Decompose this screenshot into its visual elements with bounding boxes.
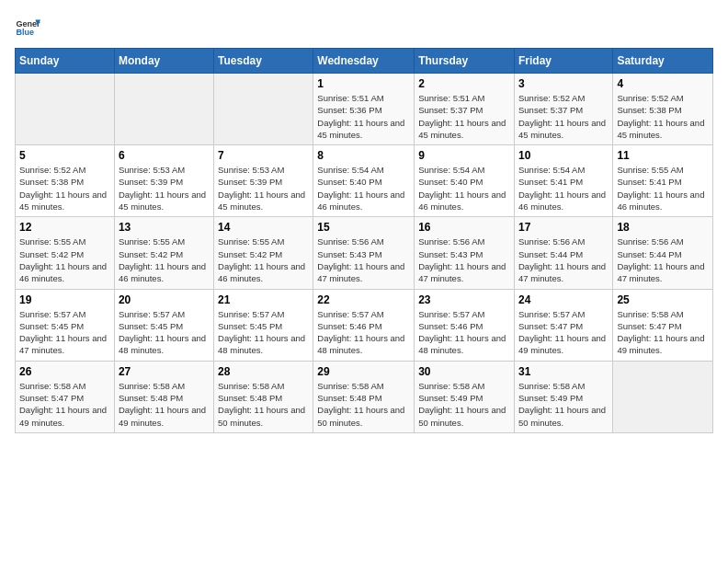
day-number: 30	[418, 365, 510, 378]
day-info: Sunrise: 5:58 AMSunset: 5:49 PMDaylight:…	[418, 380, 510, 429]
svg-text:Blue: Blue	[16, 28, 34, 37]
day-info: Sunrise: 5:58 AMSunset: 5:47 PMDaylight:…	[617, 308, 709, 357]
week-row-1: 5Sunrise: 5:52 AMSunset: 5:38 PMDaylight…	[16, 145, 713, 217]
day-cell: 5Sunrise: 5:52 AMSunset: 5:38 PMDaylight…	[16, 145, 115, 217]
day-cell: 3Sunrise: 5:52 AMSunset: 5:37 PMDaylight…	[514, 74, 612, 145]
day-number: 22	[317, 293, 410, 306]
day-number: 28	[218, 365, 309, 378]
header-cell-wednesday: Wednesday	[313, 49, 415, 74]
week-row-4: 26Sunrise: 5:58 AMSunset: 5:47 PMDayligh…	[16, 361, 713, 432]
day-cell: 11Sunrise: 5:55 AMSunset: 5:41 PMDayligh…	[613, 145, 713, 217]
day-cell: 4Sunrise: 5:52 AMSunset: 5:38 PMDaylight…	[613, 74, 713, 145]
day-info: Sunrise: 5:58 AMSunset: 5:48 PMDaylight:…	[218, 380, 309, 429]
day-info: Sunrise: 5:52 AMSunset: 5:37 PMDaylight:…	[518, 92, 609, 141]
day-number: 21	[218, 293, 309, 306]
day-info: Sunrise: 5:56 AMSunset: 5:43 PMDaylight:…	[418, 236, 510, 284]
day-number: 3	[518, 77, 609, 90]
day-number: 9	[418, 149, 510, 162]
day-number: 2	[418, 77, 510, 90]
day-info: Sunrise: 5:55 AMSunset: 5:42 PMDaylight:…	[218, 236, 309, 284]
day-info: Sunrise: 5:58 AMSunset: 5:48 PMDaylight:…	[317, 380, 410, 429]
day-cell: 6Sunrise: 5:53 AMSunset: 5:39 PMDaylight…	[114, 145, 213, 217]
day-cell: 27Sunrise: 5:58 AMSunset: 5:48 PMDayligh…	[114, 361, 213, 432]
day-cell	[16, 74, 115, 145]
day-info: Sunrise: 5:58 AMSunset: 5:47 PMDaylight:…	[19, 380, 110, 429]
day-info: Sunrise: 5:55 AMSunset: 5:42 PMDaylight:…	[19, 236, 110, 284]
day-cell: 30Sunrise: 5:58 AMSunset: 5:49 PMDayligh…	[415, 361, 515, 432]
day-info: Sunrise: 5:52 AMSunset: 5:38 PMDaylight:…	[617, 92, 709, 141]
day-number: 31	[518, 365, 609, 378]
day-info: Sunrise: 5:51 AMSunset: 5:36 PMDaylight:…	[317, 92, 410, 141]
day-info: Sunrise: 5:57 AMSunset: 5:46 PMDaylight:…	[418, 308, 510, 357]
day-number: 20	[119, 293, 210, 306]
day-cell: 13Sunrise: 5:55 AMSunset: 5:42 PMDayligh…	[114, 217, 213, 289]
header-cell-saturday: Saturday	[613, 49, 713, 74]
day-cell: 26Sunrise: 5:58 AMSunset: 5:47 PMDayligh…	[16, 361, 115, 432]
day-number: 18	[617, 221, 709, 234]
header-cell-thursday: Thursday	[415, 49, 515, 74]
day-info: Sunrise: 5:58 AMSunset: 5:49 PMDaylight:…	[518, 380, 609, 429]
logo: General Blue	[15, 15, 40, 40]
day-cell	[613, 361, 713, 432]
day-cell: 28Sunrise: 5:58 AMSunset: 5:48 PMDayligh…	[214, 361, 313, 432]
day-cell: 20Sunrise: 5:57 AMSunset: 5:45 PMDayligh…	[114, 289, 213, 361]
day-cell: 10Sunrise: 5:54 AMSunset: 5:41 PMDayligh…	[514, 145, 612, 217]
day-number: 14	[218, 221, 309, 234]
calendar-table: SundayMondayTuesdayWednesdayThursdayFrid…	[15, 48, 713, 433]
day-number: 4	[617, 77, 709, 90]
day-info: Sunrise: 5:57 AMSunset: 5:45 PMDaylight:…	[218, 308, 309, 357]
day-cell: 1Sunrise: 5:51 AMSunset: 5:36 PMDaylight…	[313, 74, 415, 145]
logo-icon: General Blue	[15, 15, 40, 40]
day-info: Sunrise: 5:53 AMSunset: 5:39 PMDaylight:…	[119, 164, 210, 213]
day-cell: 16Sunrise: 5:56 AMSunset: 5:43 PMDayligh…	[415, 217, 515, 289]
day-cell	[114, 74, 213, 145]
day-number: 10	[518, 149, 609, 162]
day-info: Sunrise: 5:56 AMSunset: 5:43 PMDaylight:…	[317, 236, 410, 284]
day-cell: 18Sunrise: 5:56 AMSunset: 5:44 PMDayligh…	[613, 217, 713, 289]
day-info: Sunrise: 5:56 AMSunset: 5:44 PMDaylight:…	[617, 236, 709, 284]
day-info: Sunrise: 5:55 AMSunset: 5:41 PMDaylight:…	[617, 164, 709, 213]
day-number: 26	[19, 365, 110, 378]
day-number: 16	[418, 221, 510, 234]
day-cell: 31Sunrise: 5:58 AMSunset: 5:49 PMDayligh…	[514, 361, 612, 432]
day-number: 17	[518, 221, 609, 234]
day-info: Sunrise: 5:54 AMSunset: 5:40 PMDaylight:…	[418, 164, 510, 213]
day-info: Sunrise: 5:54 AMSunset: 5:40 PMDaylight:…	[317, 164, 410, 213]
day-cell: 21Sunrise: 5:57 AMSunset: 5:45 PMDayligh…	[214, 289, 313, 361]
day-info: Sunrise: 5:58 AMSunset: 5:48 PMDaylight:…	[119, 380, 210, 429]
week-row-2: 12Sunrise: 5:55 AMSunset: 5:42 PMDayligh…	[16, 217, 713, 289]
day-number: 27	[119, 365, 210, 378]
day-info: Sunrise: 5:51 AMSunset: 5:37 PMDaylight:…	[418, 92, 510, 141]
day-cell: 19Sunrise: 5:57 AMSunset: 5:45 PMDayligh…	[16, 289, 115, 361]
day-cell: 2Sunrise: 5:51 AMSunset: 5:37 PMDaylight…	[415, 74, 515, 145]
day-number: 29	[317, 365, 410, 378]
day-number: 12	[19, 221, 110, 234]
day-info: Sunrise: 5:57 AMSunset: 5:46 PMDaylight:…	[317, 308, 410, 357]
day-number: 23	[418, 293, 510, 306]
day-info: Sunrise: 5:57 AMSunset: 5:45 PMDaylight:…	[19, 308, 110, 357]
day-info: Sunrise: 5:52 AMSunset: 5:38 PMDaylight:…	[19, 164, 110, 213]
day-number: 5	[19, 149, 110, 162]
header-cell-tuesday: Tuesday	[214, 49, 313, 74]
day-number: 15	[317, 221, 410, 234]
day-cell: 29Sunrise: 5:58 AMSunset: 5:48 PMDayligh…	[313, 361, 415, 432]
day-cell: 12Sunrise: 5:55 AMSunset: 5:42 PMDayligh…	[16, 217, 115, 289]
header-cell-sunday: Sunday	[16, 49, 115, 74]
header: General Blue	[15, 15, 713, 40]
day-cell: 23Sunrise: 5:57 AMSunset: 5:46 PMDayligh…	[415, 289, 515, 361]
day-number: 8	[317, 149, 410, 162]
day-info: Sunrise: 5:55 AMSunset: 5:42 PMDaylight:…	[119, 236, 210, 284]
day-cell: 22Sunrise: 5:57 AMSunset: 5:46 PMDayligh…	[313, 289, 415, 361]
day-cell: 7Sunrise: 5:53 AMSunset: 5:39 PMDaylight…	[214, 145, 313, 217]
day-cell: 17Sunrise: 5:56 AMSunset: 5:44 PMDayligh…	[514, 217, 612, 289]
header-row: SundayMondayTuesdayWednesdayThursdayFrid…	[16, 49, 713, 74]
day-cell: 14Sunrise: 5:55 AMSunset: 5:42 PMDayligh…	[214, 217, 313, 289]
week-row-3: 19Sunrise: 5:57 AMSunset: 5:45 PMDayligh…	[16, 289, 713, 361]
day-number: 6	[119, 149, 210, 162]
day-number: 25	[617, 293, 709, 306]
day-info: Sunrise: 5:57 AMSunset: 5:45 PMDaylight:…	[119, 308, 210, 357]
day-info: Sunrise: 5:54 AMSunset: 5:41 PMDaylight:…	[518, 164, 609, 213]
day-cell: 15Sunrise: 5:56 AMSunset: 5:43 PMDayligh…	[313, 217, 415, 289]
week-row-0: 1Sunrise: 5:51 AMSunset: 5:36 PMDaylight…	[16, 74, 713, 145]
day-number: 19	[19, 293, 110, 306]
